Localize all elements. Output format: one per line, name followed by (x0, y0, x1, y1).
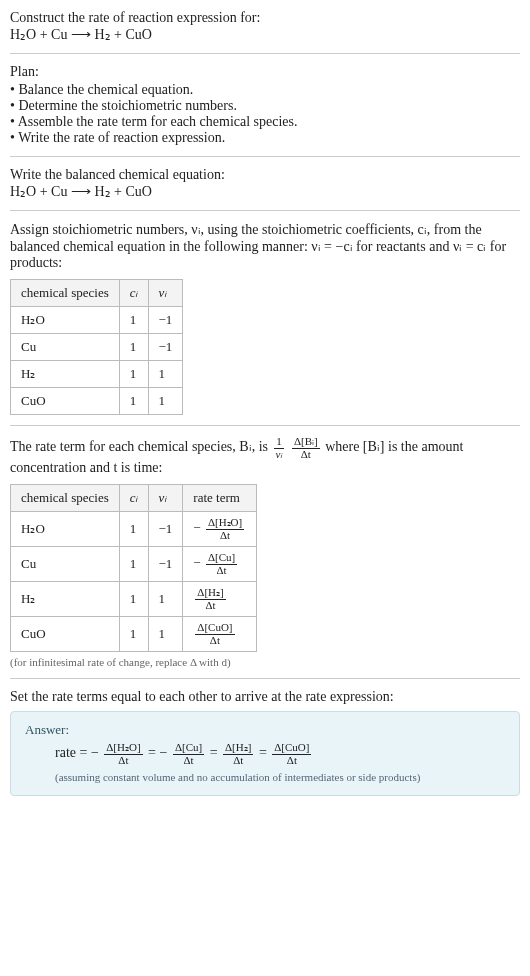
term-sign: − (91, 746, 99, 761)
col-species: chemical species (11, 280, 120, 307)
cell-c: 1 (119, 334, 148, 361)
col-vi: νᵢ (148, 280, 183, 307)
frac-den: Δt (173, 755, 204, 767)
col-rate: rate term (183, 485, 257, 512)
divider (10, 678, 520, 679)
table-row: Cu 1 −1 − Δ[Cu] Δt (11, 547, 257, 582)
frac-den: Δt (223, 755, 253, 767)
table-row: H₂O 1 −1 − Δ[H₂O] Δt (11, 512, 257, 547)
col-ci-text: cᵢ (130, 285, 138, 300)
cell-species: H₂O (11, 512, 120, 547)
stoich-intro: Assign stoichiometric numbers, νᵢ, using… (10, 221, 520, 271)
rate-frac: Δ[H₂O] Δt (206, 517, 244, 541)
col-species: chemical species (11, 485, 120, 512)
cell-v: −1 (148, 547, 183, 582)
frac-den: Δt (206, 565, 237, 577)
cell-species: CuO (11, 617, 120, 652)
cell-c: 1 (119, 361, 148, 388)
plan-heading: Plan: (10, 64, 520, 80)
cell-species: H₂ (11, 582, 120, 617)
term-sign: − (159, 746, 167, 761)
frac-den: Δt (292, 449, 320, 461)
plan-item: Assemble the rate term for each chemical… (10, 114, 520, 130)
rate-frac: Δ[H₂] Δt (223, 742, 253, 766)
rate-prefix: rate = (55, 746, 91, 761)
final-heading: Set the rate terms equal to each other t… (10, 689, 520, 705)
cell-species: CuO (11, 388, 120, 415)
divider (10, 425, 520, 426)
cell-species: H₂ (11, 361, 120, 388)
cell-rate: − Δ[Cu] Δt (183, 547, 257, 582)
plan-item: Write the rate of reaction expression. (10, 130, 520, 146)
cell-v: 1 (148, 388, 183, 415)
table-header-row: chemical species cᵢ νᵢ rate term (11, 485, 257, 512)
col-ci: cᵢ (119, 485, 148, 512)
cell-rate: − Δ[H₂O] Δt (183, 512, 257, 547)
cell-v: 1 (148, 582, 183, 617)
cell-c: 1 (119, 512, 148, 547)
divider (10, 156, 520, 157)
table-row: H₂O 1 −1 (11, 307, 183, 334)
cell-c: 1 (119, 388, 148, 415)
rate-frac: Δ[H₂O] Δt (104, 742, 142, 766)
rate-frac: Δ[CuO] Δt (272, 742, 311, 766)
rate-sign: − (193, 520, 200, 535)
rateterm-intro-prefix: The rate term for each chemical species,… (10, 439, 272, 454)
rate-frac: Δ[Cu] Δt (206, 552, 237, 576)
cell-v: −1 (148, 307, 183, 334)
cell-species: H₂O (11, 307, 120, 334)
frac-den: Δt (195, 600, 225, 612)
rate-frac: Δ[CuO] Δt (195, 622, 234, 646)
plan-item: Determine the stoichiometric numbers. (10, 98, 520, 114)
header-equation: H₂O + Cu ⟶ H₂ + CuO (10, 26, 520, 43)
cell-v: 1 (148, 617, 183, 652)
balanced-heading: Write the balanced chemical equation: (10, 167, 520, 183)
col-vi-text: νᵢ (159, 285, 167, 300)
stoich-table: chemical species cᵢ νᵢ H₂O 1 −1 Cu 1 −1 … (10, 279, 183, 415)
cell-species: Cu (11, 334, 120, 361)
divider (10, 210, 520, 211)
cell-c: 1 (119, 307, 148, 334)
frac-den-text: νᵢ (276, 448, 283, 460)
cell-c: 1 (119, 547, 148, 582)
answer-label: Answer: (25, 722, 505, 738)
frac-den: Δt (272, 755, 311, 767)
frac-num: Δ[H₂O] (206, 517, 244, 530)
cell-v: 1 (148, 361, 183, 388)
answer-assumption: (assuming constant volume and no accumul… (55, 771, 505, 783)
cell-c: 1 (119, 582, 148, 617)
cell-v: −1 (148, 334, 183, 361)
table-row: H₂ 1 1 Δ[H₂] Δt (11, 582, 257, 617)
plan-item: Balance the chemical equation. (10, 82, 520, 98)
table-row: CuO 1 1 (11, 388, 183, 415)
final-section: Set the rate terms equal to each other t… (10, 689, 520, 795)
rateterm-table: chemical species cᵢ νᵢ rate term H₂O 1 −… (10, 484, 257, 652)
page-title: Construct the rate of reaction expressio… (10, 10, 520, 26)
balanced-equation: H₂O + Cu ⟶ H₂ + CuO (10, 183, 520, 200)
frac-num: Δ[Bᵢ] (292, 436, 320, 449)
answer-expression: rate = − Δ[H₂O] Δt = − Δ[Cu] Δt = Δ[H₂] … (55, 742, 505, 766)
frac-den: Δt (195, 635, 234, 647)
cell-rate: Δ[H₂] Δt (183, 582, 257, 617)
plan-list: Balance the chemical equation. Determine… (10, 82, 520, 146)
rateterm-frac-2: Δ[Bᵢ] Δt (292, 436, 320, 460)
frac-den: νᵢ (274, 449, 285, 461)
cell-c: 1 (119, 617, 148, 652)
rateterm-note: (for infinitesimal rate of change, repla… (10, 656, 520, 668)
answer-box: Answer: rate = − Δ[H₂O] Δt = − Δ[Cu] Δt … (10, 711, 520, 795)
col-vi: νᵢ (148, 485, 183, 512)
frac-num: Δ[Cu] (206, 552, 237, 565)
rateterm-section: The rate term for each chemical species,… (10, 436, 520, 668)
rate-sign: − (193, 555, 200, 570)
col-vi-text: νᵢ (159, 490, 167, 505)
stoich-section: Assign stoichiometric numbers, νᵢ, using… (10, 221, 520, 415)
rateterm-frac-1: 1 νᵢ (274, 436, 285, 460)
frac-num: Δ[H₂] (195, 587, 225, 600)
rate-frac: Δ[Cu] Δt (173, 742, 204, 766)
frac-den: Δt (206, 530, 244, 542)
plan-section: Plan: Balance the chemical equation. Det… (10, 64, 520, 146)
table-row: CuO 1 1 Δ[CuO] Δt (11, 617, 257, 652)
divider (10, 53, 520, 54)
balanced-section: Write the balanced chemical equation: H₂… (10, 167, 520, 200)
table-row: Cu 1 −1 (11, 334, 183, 361)
